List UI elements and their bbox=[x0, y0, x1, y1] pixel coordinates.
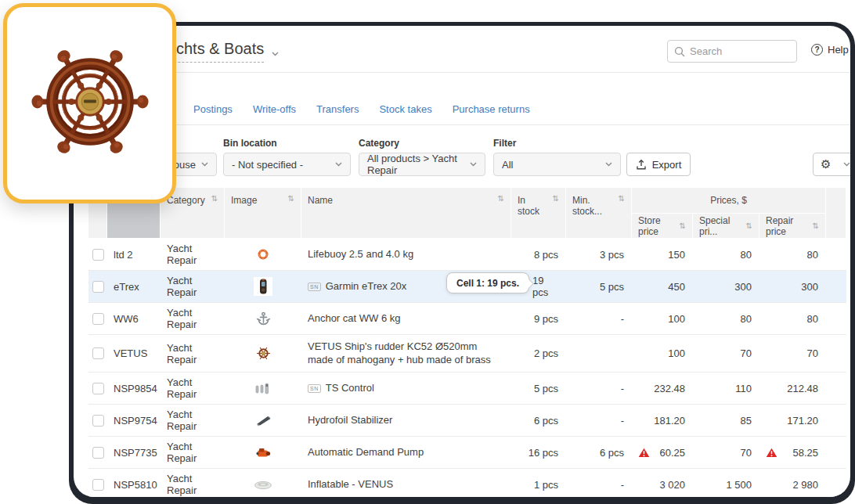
tab-purchase-returns[interactable]: Purchase returns bbox=[453, 103, 530, 115]
tab-transfers[interactable]: Transfers bbox=[316, 103, 359, 115]
cell-min-stock: - bbox=[566, 469, 632, 497]
help-button[interactable]: ? Help bbox=[811, 44, 849, 56]
table-row[interactable]: NSP9854Yacht RepairSNTS Control5 pcs-232… bbox=[88, 373, 846, 405]
cell-spacer bbox=[826, 303, 846, 334]
cell-category: Yacht Repair bbox=[161, 303, 225, 334]
table-header: Category ⇅ Image ⇅ Name ⇅ In stock ⇅ Min… bbox=[88, 188, 846, 239]
gps-image bbox=[254, 277, 272, 296]
plugs-image bbox=[254, 382, 272, 395]
cell-repair-price: 171.20 bbox=[759, 405, 826, 436]
cell-in-stock: 9 pcs bbox=[511, 303, 566, 334]
help-label: Help bbox=[828, 44, 849, 56]
tab-stock-takes[interactable]: Stock takes bbox=[379, 103, 431, 115]
cell-special-price: 300 bbox=[693, 271, 759, 302]
cell-repair-price: 80 bbox=[759, 303, 826, 334]
inflatable-image bbox=[254, 480, 272, 490]
table-row[interactable]: WW6Yacht RepairAnchor cat WW 6 kg9 pcs-1… bbox=[88, 303, 846, 335]
row-checkbox[interactable] bbox=[92, 249, 104, 261]
cell-spacer bbox=[826, 239, 846, 270]
cell-name: Hydrofoil Stabilizer bbox=[301, 405, 511, 436]
cell-spacer bbox=[826, 405, 846, 436]
category-select[interactable]: All products > Yacht Repair bbox=[359, 153, 485, 176]
bin-location-select[interactable]: - Not specified - bbox=[223, 153, 351, 176]
table-settings-button[interactable]: ⚙ bbox=[813, 153, 850, 176]
search-icon bbox=[674, 46, 685, 57]
bin-location-label: Bin location bbox=[223, 138, 277, 149]
sort-icon[interactable]: ⇅ bbox=[619, 195, 625, 203]
cell-name: Lifebuoy 2.5 and 4.0 kg bbox=[301, 239, 511, 270]
sort-icon[interactable]: ⇅ bbox=[288, 195, 294, 203]
app-window: Yachts & Boats ? Help PostingsWrite-offs… bbox=[74, 26, 850, 497]
sort-icon[interactable]: ⇅ bbox=[813, 222, 819, 230]
cell-in-stock: 5 pcs bbox=[511, 373, 566, 404]
sort-icon[interactable]: ⇅ bbox=[746, 222, 752, 230]
wheel-image bbox=[256, 346, 271, 361]
cell-repair-price: 2 980 bbox=[759, 469, 826, 497]
chevron-down-icon bbox=[201, 162, 208, 167]
product-name: TS Control bbox=[326, 382, 374, 395]
table-row[interactable]: VETUSYacht RepairVETUS Ship's rudder KC5… bbox=[88, 335, 846, 373]
sort-icon[interactable]: ⇅ bbox=[211, 195, 218, 203]
column-header-store-price[interactable]: Store price ⇅ bbox=[632, 214, 693, 239]
product-card-overlay bbox=[3, 3, 176, 203]
cell-spacer bbox=[826, 437, 846, 468]
cell-special-price: 110 bbox=[693, 373, 759, 404]
search-box[interactable] bbox=[667, 40, 797, 63]
column-header-name[interactable]: Name ⇅ bbox=[301, 188, 511, 239]
sort-icon[interactable]: ⇅ bbox=[680, 222, 686, 230]
cell-spacer bbox=[826, 271, 846, 302]
column-header-min-stock[interactable]: Min. stock... ⇅ bbox=[566, 188, 632, 239]
page-title-block[interactable]: Yachts & Boats bbox=[158, 40, 279, 63]
row-checkbox[interactable] bbox=[92, 383, 104, 394]
sort-icon[interactable]: ⇅ bbox=[498, 195, 504, 203]
cell-min-stock bbox=[566, 335, 632, 372]
row-checkbox[interactable] bbox=[92, 479, 104, 491]
row-checkbox[interactable] bbox=[92, 281, 104, 293]
cell-checkbox bbox=[88, 437, 107, 468]
cell-store-price: 450 bbox=[632, 271, 693, 302]
warning-icon bbox=[638, 448, 650, 458]
sn-badge: SN bbox=[308, 283, 321, 291]
cell-checkbox bbox=[88, 239, 107, 270]
cell-name: VETUS Ship's rudder KC52 Ø520mm made of … bbox=[301, 335, 511, 372]
row-checkbox[interactable] bbox=[92, 447, 104, 459]
table-row[interactable]: NSP5810Yacht RepairInflatable - VENUS1 p… bbox=[88, 469, 846, 497]
cell-checkbox bbox=[88, 271, 107, 302]
column-header-repair-price[interactable]: Repair price ⇅ bbox=[759, 214, 826, 239]
table-row[interactable]: NSP9754Yacht RepairHydrofoil Stabilizer6… bbox=[88, 405, 846, 437]
row-checkbox[interactable] bbox=[92, 415, 104, 427]
filter-select[interactable]: All bbox=[493, 153, 621, 176]
cell-checkbox bbox=[88, 303, 107, 334]
cell-store-price: 232.48 bbox=[632, 373, 693, 404]
product-name: Inflatable - VENUS bbox=[308, 478, 393, 491]
cell-name: Inflatable - VENUS bbox=[301, 469, 511, 497]
table-row[interactable]: ltd 2Yacht RepairLifebuoy 2.5 and 4.0 kg… bbox=[88, 239, 846, 271]
bin-cell-tooltip: Cell 1: 19 pcs. bbox=[446, 272, 529, 293]
cell-checkbox bbox=[88, 335, 107, 372]
cell-category: Yacht Repair bbox=[161, 373, 225, 404]
tab-postings[interactable]: Postings bbox=[193, 103, 233, 115]
filter-label: Filter bbox=[493, 138, 516, 149]
export-button[interactable]: Export bbox=[626, 153, 691, 176]
bin-location-value: - Not specified - bbox=[232, 159, 335, 171]
product-name: Hydrofoil Stabilizer bbox=[308, 414, 392, 427]
table-row[interactable]: NSP7735Yacht RepairAutomatic Demand Pump… bbox=[88, 437, 846, 469]
cell-image bbox=[225, 271, 301, 302]
search-input[interactable] bbox=[690, 45, 776, 57]
cell-name: SNTS Control bbox=[301, 373, 511, 404]
cell-special-price: 1 500 bbox=[693, 469, 759, 497]
ship-wheel-image bbox=[28, 40, 152, 167]
cell-min-stock: 6 pcs bbox=[566, 437, 632, 468]
cell-code: VETUS bbox=[107, 335, 161, 372]
row-checkbox[interactable] bbox=[92, 347, 104, 359]
hydrofoil-image bbox=[255, 415, 272, 427]
sort-icon[interactable]: ⇅ bbox=[553, 195, 559, 203]
cell-image bbox=[225, 239, 301, 270]
column-header-image[interactable]: Image ⇅ bbox=[225, 188, 301, 239]
column-header-special-price[interactable]: Special pri... ⇅ bbox=[693, 214, 759, 239]
tab-write-offs[interactable]: Write-offs bbox=[253, 103, 296, 115]
column-header-in-stock[interactable]: In stock ⇅ bbox=[511, 188, 566, 239]
row-checkbox[interactable] bbox=[92, 313, 104, 325]
column-header-spacer bbox=[826, 188, 846, 239]
export-icon bbox=[636, 159, 647, 171]
